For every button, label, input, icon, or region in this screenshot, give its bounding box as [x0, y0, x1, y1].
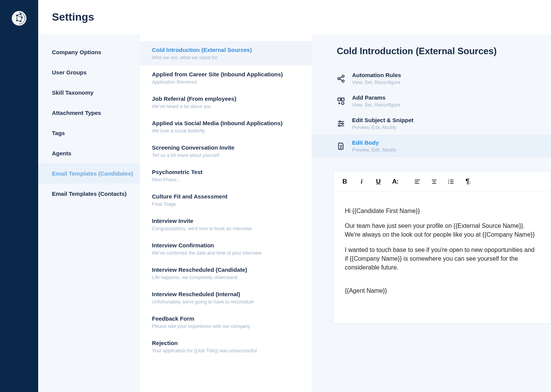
template-item[interactable]: Interview InviteCongratulations, we'd lo… [140, 212, 312, 237]
template-item[interactable]: RejectionYour application for {{Job Titl… [140, 334, 312, 359]
template-title: Feedback Form [152, 315, 305, 322]
svg-rect-17 [341, 98, 344, 100]
template-item[interactable]: Screening Conversation InviteTell us a b… [140, 139, 312, 163]
action-row[interactable]: Add ParamsView, Set, Reconfigure [312, 90, 551, 112]
template-item[interactable]: Job Referral (From employees)We've heard… [140, 90, 312, 115]
template-title: Screening Conversation Invite [152, 144, 305, 151]
settings-nav-item[interactable]: Tags [38, 123, 140, 143]
settings-nav-item[interactable]: Agents [38, 143, 140, 163]
template-subtitle: Please rate your experience with our com… [152, 324, 305, 329]
action-text: Edit Subject & SnippetPreview, Edit, Mod… [352, 117, 414, 130]
template-title: Culture Fit and Assessment [152, 193, 305, 200]
body-p4: {{Agent Name}} [345, 286, 539, 295]
template-item[interactable]: Cold Introduction (External Sources)Who … [140, 41, 312, 66]
action-text: Automation RulesView, Set, Reconfigure [352, 72, 401, 85]
template-title: Rejection [152, 340, 305, 346]
svg-point-35 [448, 181, 449, 182]
template-subtitle: We've confirmed the date and time of you… [152, 250, 305, 256]
template-item[interactable]: Interview ConfirmationWe've confirmed th… [140, 237, 312, 261]
toolbar-align-center-button[interactable] [426, 174, 443, 189]
page-title: Settings [52, 11, 94, 23]
toolbar-italic-button[interactable]: i [353, 174, 370, 189]
action-subtitle: View, Set, Reconfigure [352, 80, 401, 85]
template-item[interactable]: Applied via Social Media (Inbound Applic… [140, 115, 312, 139]
settings-nav-item[interactable]: User Groups [38, 62, 140, 82]
params-icon [337, 97, 352, 105]
toolbar-underline-button[interactable]: U [370, 174, 387, 189]
share-icon [337, 74, 352, 83]
template-item[interactable]: Interview Rescheduled (Internal)Unfortun… [140, 286, 312, 310]
template-subtitle: We've heard a lot about you [152, 104, 305, 109]
action-title: Add Params [352, 94, 400, 101]
template-subtitle: Life happens, we completely understand [152, 275, 305, 280]
template-title: Applied from Career Site (Inbound Applic… [152, 71, 305, 77]
svg-point-20 [339, 121, 341, 122]
list-icon [448, 178, 454, 185]
template-title: Psychometric Test [152, 169, 305, 175]
detail-panel: Cold Introduction (External Sources) Aut… [312, 34, 551, 392]
template-item[interactable]: Applied from Career Site (Inbound Applic… [140, 66, 312, 90]
template-title: Interview Confirmation [152, 242, 305, 248]
settings-nav-item[interactable]: Email Templates (Contacts) [38, 184, 140, 204]
template-subtitle: Who we are, what we stand for [152, 55, 305, 60]
settings-sidebar: Company OptionsUser GroupsSkill Taxonomy… [38, 34, 140, 392]
template-subtitle: Your application for {{Job Title}} was u… [152, 348, 305, 353]
settings-nav-label: Company Options [52, 49, 101, 55]
toolbar-align-left-button[interactable] [409, 174, 426, 189]
template-item[interactable]: Feedback FormPlease rate your experience… [140, 310, 312, 334]
action-subtitle: Preview, Edit, Modify [352, 147, 396, 153]
svg-line-15 [340, 79, 342, 81]
svg-point-11 [342, 75, 344, 77]
action-text: Edit BodyPreview, Edit, Modify [352, 139, 396, 153]
action-row[interactable]: Edit BodyPreview, Edit, Modify [312, 135, 551, 157]
settings-nav-item[interactable]: Attachment Types [38, 103, 140, 123]
action-text: Add ParamsView, Set, Reconfigure [352, 94, 400, 108]
italic-label: i [361, 178, 363, 186]
template-title: Interview Rescheduled (Internal) [152, 291, 305, 297]
template-subtitle: Tell us a bit more about yourself [152, 153, 305, 158]
body-p1: Hi {{Candidate First Name}} [345, 206, 539, 215]
toolbar-font-button[interactable]: A: [387, 174, 404, 189]
toolbar-paragraph-button[interactable]: ¶: [459, 174, 476, 189]
template-subtitle: Application Received [152, 79, 305, 85]
settings-nav-item[interactable]: Email Templates (Candidates) [38, 163, 140, 184]
template-subtitle: Next Phase... [152, 177, 305, 182]
action-list: Automation RulesView, Set, ReconfigureAd… [312, 67, 551, 157]
template-item[interactable]: Culture Fit and AssessmentFinal Stage [140, 188, 312, 212]
settings-nav-label: User Groups [52, 69, 87, 76]
main-area: Settings Company OptionsUser GroupsSkill… [38, 0, 551, 392]
align-center-icon [431, 178, 438, 185]
template-subtitle: Unfortunately, we're going to have to re… [152, 299, 305, 305]
svg-line-14 [340, 76, 342, 78]
columns: Company OptionsUser GroupsSkill Taxonomy… [38, 34, 551, 392]
settings-nav-label: Skill Taxonomy [52, 89, 94, 96]
editor-body[interactable]: Hi {{Candidate First Name}} Our team hav… [333, 192, 551, 316]
body-p2: Our team have just seen your profile on … [345, 221, 539, 239]
template-item[interactable]: Interview Rescheduled (Candidate)Life ha… [140, 261, 312, 286]
template-title: Interview Invite [152, 218, 305, 224]
settings-nav-label: Email Templates (Candidates) [52, 170, 133, 177]
underline-label: U [376, 178, 381, 186]
action-subtitle: View, Set, Reconfigure [352, 102, 400, 108]
action-row[interactable]: Automation RulesView, Set, Reconfigure [312, 67, 551, 90]
settings-nav-label: Attachment Types [52, 110, 101, 116]
pilcrow-icon: ¶: [465, 177, 470, 186]
font-label: A: [392, 178, 398, 186]
app-logo[interactable] [10, 9, 28, 27]
action-title: Edit Subject & Snippet [352, 117, 414, 123]
action-subtitle: Preview, Edit, Modify [352, 125, 414, 130]
settings-nav-item[interactable]: Company Options [38, 42, 140, 62]
body-p3: I wanted to touch base to see if you're … [345, 245, 539, 272]
action-title: Automation Rules [352, 72, 401, 78]
template-item[interactable]: Psychometric TestNext Phase... [140, 163, 312, 188]
svg-point-18 [341, 102, 344, 104]
toolbar-bold-button[interactable]: B [336, 174, 353, 189]
template-subtitle: Congratulations, we'd love to book an in… [152, 226, 305, 231]
action-row[interactable]: Edit Subject & SnippetPreview, Edit, Mod… [312, 112, 551, 135]
svg-point-22 [342, 123, 343, 124]
svg-rect-16 [338, 98, 341, 100]
template-subtitle: Final Stage [152, 202, 305, 207]
document-icon [337, 142, 352, 150]
toolbar-list-button[interactable] [443, 174, 459, 189]
settings-nav-item[interactable]: Skill Taxonomy [38, 82, 140, 103]
